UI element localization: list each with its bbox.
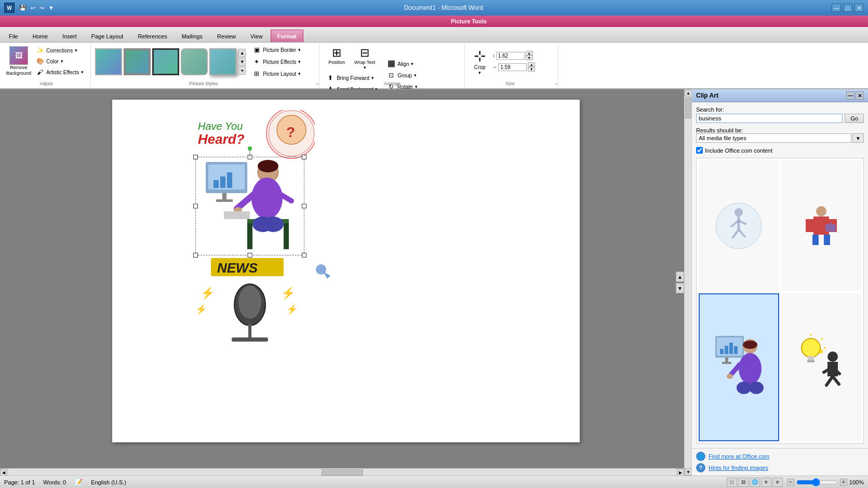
outline-btn[interactable]: ≡ — [761, 478, 771, 487]
document-page[interactable]: ? Have You Heard? — [112, 100, 580, 442]
scroll-right-btn[interactable]: ▶ — [677, 469, 684, 476]
v-scroll-track[interactable] — [685, 97, 691, 468]
maximize-btn[interactable]: □ — [843, 4, 852, 12]
handle-ml[interactable] — [193, 204, 198, 209]
remove-background-btn[interactable]: 🖼 Remove Background — [6, 45, 31, 78]
close-btn[interactable]: ✕ — [854, 4, 864, 12]
svg-text:★: ★ — [817, 347, 824, 356]
height-up-btn[interactable]: ▲ — [526, 51, 533, 56]
picture-layout-btn[interactable]: ⊞ Picture Layout ▾ — [250, 69, 303, 79]
wrap-text-btn[interactable]: ⊟ Wrap Text ▾ — [352, 45, 378, 72]
results-dropdown[interactable]: All media file types — [696, 133, 851, 143]
style-thumb-4[interactable] — [181, 48, 208, 75]
office-link[interactable]: 🌐 Find more at Office.com — [696, 452, 864, 461]
artistic-effects-btn[interactable]: 🖌 Artistic Effects ▾ — [33, 67, 86, 77]
style-thumb-3[interactable] — [152, 48, 179, 75]
handle-mr[interactable] — [302, 204, 306, 209]
selected-image[interactable] — [195, 157, 304, 255]
rotation-handle[interactable] — [248, 146, 252, 151]
go-button[interactable]: Go — [845, 114, 864, 123]
height-input[interactable] — [496, 52, 525, 60]
tab-review[interactable]: Review — [210, 30, 243, 42]
web-layout-btn[interactable]: 🌐 — [750, 478, 760, 487]
align-btn[interactable]: ⬛ Align ▾ — [384, 59, 420, 69]
nav-down-btn[interactable]: ▼ — [676, 283, 684, 293]
corrections-btn[interactable]: ✨ Corrections ▾ — [33, 45, 86, 56]
styles-expand-btn[interactable]: ⌐ — [316, 81, 319, 86]
scroll-left-btn[interactable]: ◀ — [0, 469, 7, 476]
style-thumb-2[interactable] — [124, 48, 151, 75]
group-icon: ⊡ — [387, 71, 395, 79]
print-view-btn[interactable]: □ — [727, 478, 737, 487]
hints-link[interactable]: ? Hints for finding images — [696, 463, 864, 472]
panel-close-btn[interactable]: ✕ — [856, 91, 864, 100]
group-btn[interactable]: ⊡ Group ▾ — [384, 70, 420, 80]
style-thumb-1[interactable] — [95, 48, 122, 75]
clip-item-3[interactable] — [699, 293, 779, 442]
zoom-in-btn[interactable]: + — [840, 479, 847, 486]
zoom-slider[interactable] — [796, 479, 838, 485]
h-scroll-track[interactable] — [7, 469, 677, 476]
wrap-text-icon: ⊟ — [360, 46, 369, 60]
results-label: Results should be: — [696, 127, 864, 133]
save-quick-btn[interactable]: 💾 — [18, 4, 28, 12]
height-spinner: ▲ ▼ — [526, 51, 533, 60]
status-right: □ ⊟ 🌐 ≡ ≡ − + 100% — [727, 478, 864, 487]
tab-view[interactable]: View — [244, 30, 270, 42]
tab-references[interactable]: References — [131, 30, 173, 42]
size-expand-btn[interactable]: ⌐ — [555, 81, 558, 86]
width-down-btn[interactable]: ▼ — [528, 67, 535, 72]
picture-effects-btn[interactable]: ✦ Picture Effects ▾ — [250, 57, 303, 67]
undo-quick-btn[interactable]: ↩ — [29, 4, 37, 12]
tab-file[interactable]: File — [2, 30, 25, 42]
scroll-down-btn[interactable]: ▼ — [685, 468, 691, 476]
tab-insert[interactable]: Insert — [56, 30, 84, 42]
picture-border-btn[interactable]: ▣ Picture Border ▾ — [250, 45, 303, 55]
tab-format[interactable]: Format — [271, 30, 303, 42]
handle-tl[interactable] — [193, 155, 198, 159]
clip-item-1[interactable] — [699, 160, 779, 291]
draft-btn[interactable]: ≡ — [772, 478, 783, 487]
nav-arrows: ▲ ▼ — [676, 272, 684, 293]
height-down-btn[interactable]: ▼ — [526, 56, 533, 60]
customize-quick-btn[interactable]: ▼ — [47, 4, 56, 12]
tab-mailings[interactable]: Mailings — [175, 30, 209, 42]
size-inputs: ↕ ▲ ▼ ↔ ▲ ▼ — [492, 51, 535, 72]
svg-point-61 — [743, 341, 757, 349]
crop-btn[interactable]: ⊹ Crop ▾ — [469, 46, 490, 77]
redo-quick-btn[interactable]: ↪ — [38, 4, 46, 12]
style-scroll-more[interactable]: ▾ — [238, 66, 246, 75]
document-area[interactable]: ▲ ▼ ◀ ▶ ▲ ▼ — [0, 89, 691, 476]
style-scroll-up[interactable]: ▲ — [238, 49, 246, 57]
image-container[interactable]: ? Have You Heard? — [195, 157, 304, 255]
clip-item-2[interactable] — [781, 160, 862, 291]
h-scroll-thumb[interactable] — [322, 469, 363, 476]
minimize-btn[interactable]: — — [832, 4, 841, 12]
tab-home[interactable]: Home — [26, 30, 55, 42]
color-btn[interactable]: 🎨 Color ▾ — [33, 56, 86, 66]
results-dropdown-btn[interactable]: ▼ — [852, 133, 864, 143]
position-btn[interactable]: ⊞ Position — [324, 45, 350, 72]
v-scrollbar: ▲ ▼ — [684, 89, 691, 476]
page-status-text: Page: 1 of 1 — [4, 479, 35, 485]
adjust-group: 🖼 Remove Background ✨ Corrections ▾ 🎨 Co… — [2, 44, 91, 87]
v-scroll-thumb[interactable] — [685, 98, 691, 118]
adjust-label: Adjust — [2, 81, 90, 86]
full-reading-btn[interactable]: ⊟ — [738, 478, 749, 487]
handle-tr[interactable] — [302, 155, 306, 159]
style-scroll-down[interactable]: ▼ — [238, 58, 246, 66]
include-office-checkbox[interactable] — [696, 147, 703, 154]
svg-rect-55 — [725, 346, 728, 354]
style-thumb-5[interactable] — [209, 48, 236, 75]
arrange-label: Arrange — [319, 81, 464, 86]
search-input[interactable] — [696, 114, 843, 123]
nav-up-btn[interactable]: ▲ — [676, 272, 684, 282]
tab-page-layout[interactable]: Page Layout — [85, 30, 130, 42]
search-section: Search for: Go — [696, 106, 864, 123]
panel-minimize-btn[interactable]: — — [846, 91, 854, 100]
clip-item-4[interactable]: ★ — [781, 293, 862, 442]
width-up-btn[interactable]: ▲ — [528, 62, 535, 67]
scroll-up-btn[interactable]: ▲ — [685, 89, 691, 97]
zoom-out-btn[interactable]: − — [787, 479, 794, 486]
width-input[interactable] — [498, 63, 527, 71]
